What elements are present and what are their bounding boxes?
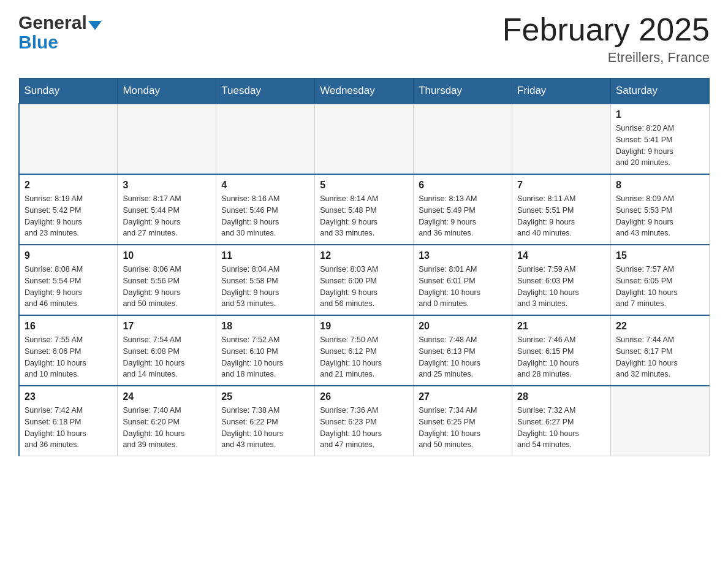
calendar-cell: 25Sunrise: 7:38 AMSunset: 6:22 PMDayligh… (216, 386, 315, 456)
day-number: 14 (517, 250, 605, 261)
day-info: Sunrise: 7:57 AMSunset: 6:05 PMDaylight:… (616, 264, 704, 310)
day-number: 10 (123, 250, 211, 261)
day-number: 13 (419, 250, 507, 261)
day-info: Sunrise: 7:34 AMSunset: 6:25 PMDaylight:… (419, 405, 507, 451)
calendar-cell: 15Sunrise: 7:57 AMSunset: 6:05 PMDayligh… (611, 245, 710, 315)
day-number: 9 (25, 250, 112, 261)
day-info: Sunrise: 8:19 AMSunset: 5:42 PMDaylight:… (25, 193, 112, 239)
calendar-cell: 12Sunrise: 8:03 AMSunset: 6:00 PMDayligh… (315, 245, 414, 315)
calendar-cell: 28Sunrise: 7:32 AMSunset: 6:27 PMDayligh… (512, 386, 611, 456)
header-saturday: Saturday (611, 79, 710, 104)
week-row-3: 9Sunrise: 8:08 AMSunset: 5:54 PMDaylight… (19, 245, 710, 315)
day-number: 25 (221, 391, 309, 402)
calendar-cell: 11Sunrise: 8:04 AMSunset: 5:58 PMDayligh… (216, 245, 315, 315)
calendar-cell: 21Sunrise: 7:46 AMSunset: 6:15 PMDayligh… (512, 315, 611, 386)
calendar-cell: 7Sunrise: 8:11 AMSunset: 5:51 PMDaylight… (512, 174, 611, 245)
day-info: Sunrise: 8:14 AMSunset: 5:48 PMDaylight:… (320, 193, 408, 239)
day-number: 21 (517, 321, 605, 332)
day-info: Sunrise: 7:54 AMSunset: 6:08 PMDaylight:… (123, 334, 211, 380)
calendar-cell: 6Sunrise: 8:13 AMSunset: 5:49 PMDaylight… (414, 174, 512, 245)
calendar-cell: 19Sunrise: 7:50 AMSunset: 6:12 PMDayligh… (315, 315, 414, 386)
day-number: 24 (123, 391, 211, 402)
day-info: Sunrise: 8:01 AMSunset: 6:01 PMDaylight:… (419, 264, 507, 310)
day-info: Sunrise: 8:03 AMSunset: 6:00 PMDaylight:… (320, 264, 408, 310)
day-info: Sunrise: 7:48 AMSunset: 6:13 PMDaylight:… (419, 334, 507, 380)
location-text: Etreillers, France (502, 50, 710, 66)
day-info: Sunrise: 8:16 AMSunset: 5:46 PMDaylight:… (221, 193, 309, 239)
day-info: Sunrise: 8:09 AMSunset: 5:53 PMDaylight:… (616, 193, 704, 239)
calendar-cell: 17Sunrise: 7:54 AMSunset: 6:08 PMDayligh… (118, 315, 216, 386)
day-number: 12 (320, 250, 408, 261)
day-number: 6 (419, 180, 507, 191)
calendar-cell (315, 104, 414, 174)
calendar-cell: 4Sunrise: 8:16 AMSunset: 5:46 PMDaylight… (216, 174, 315, 245)
day-number: 7 (517, 180, 605, 191)
page-header: General Blue February 2025 Etreillers, F… (18, 12, 710, 66)
day-info: Sunrise: 7:32 AMSunset: 6:27 PMDaylight:… (517, 405, 605, 451)
day-number: 18 (221, 321, 309, 332)
week-row-5: 23Sunrise: 7:42 AMSunset: 6:18 PMDayligh… (19, 386, 710, 456)
calendar-cell: 2Sunrise: 8:19 AMSunset: 5:42 PMDaylight… (19, 174, 118, 245)
week-row-2: 2Sunrise: 8:19 AMSunset: 5:42 PMDaylight… (19, 174, 710, 245)
logo-triangle-icon (88, 21, 102, 30)
header-monday: Monday (118, 79, 216, 104)
day-info: Sunrise: 7:36 AMSunset: 6:23 PMDaylight:… (320, 405, 408, 451)
day-number: 4 (221, 180, 309, 191)
calendar-cell (19, 104, 118, 174)
calendar-cell: 3Sunrise: 8:17 AMSunset: 5:44 PMDaylight… (118, 174, 216, 245)
day-info: Sunrise: 7:55 AMSunset: 6:06 PMDaylight:… (25, 334, 112, 380)
day-info: Sunrise: 8:17 AMSunset: 5:44 PMDaylight:… (123, 193, 211, 239)
calendar-cell: 26Sunrise: 7:36 AMSunset: 6:23 PMDayligh… (315, 386, 414, 456)
header-thursday: Thursday (414, 79, 512, 104)
day-number: 22 (616, 321, 704, 332)
header-sunday: Sunday (19, 79, 118, 104)
day-number: 28 (517, 391, 605, 402)
day-info: Sunrise: 7:44 AMSunset: 6:17 PMDaylight:… (616, 334, 704, 380)
calendar-cell (216, 104, 315, 174)
calendar-cell: 20Sunrise: 7:48 AMSunset: 6:13 PMDayligh… (414, 315, 512, 386)
day-info: Sunrise: 8:04 AMSunset: 5:58 PMDaylight:… (221, 264, 309, 310)
day-info: Sunrise: 8:06 AMSunset: 5:56 PMDaylight:… (123, 264, 211, 310)
header-friday: Friday (512, 79, 611, 104)
calendar-cell: 22Sunrise: 7:44 AMSunset: 6:17 PMDayligh… (611, 315, 710, 386)
day-number: 27 (419, 391, 507, 402)
calendar-cell (414, 104, 512, 174)
logo: General Blue (18, 12, 102, 52)
day-number: 26 (320, 391, 408, 402)
calendar-cell (512, 104, 611, 174)
calendar-cell: 27Sunrise: 7:34 AMSunset: 6:25 PMDayligh… (414, 386, 512, 456)
calendar-cell: 24Sunrise: 7:40 AMSunset: 6:20 PMDayligh… (118, 386, 216, 456)
day-info: Sunrise: 7:40 AMSunset: 6:20 PMDaylight:… (123, 405, 211, 451)
calendar-cell: 8Sunrise: 8:09 AMSunset: 5:53 PMDaylight… (611, 174, 710, 245)
calendar-cell (118, 104, 216, 174)
header-wednesday: Wednesday (315, 79, 414, 104)
week-row-4: 16Sunrise: 7:55 AMSunset: 6:06 PMDayligh… (19, 315, 710, 386)
calendar-cell: 13Sunrise: 8:01 AMSunset: 6:01 PMDayligh… (414, 245, 512, 315)
day-info: Sunrise: 8:08 AMSunset: 5:54 PMDaylight:… (25, 264, 112, 310)
calendar-cell (611, 386, 710, 456)
day-number: 17 (123, 321, 211, 332)
day-number: 11 (221, 250, 309, 261)
calendar-table: Sunday Monday Tuesday Wednesday Thursday… (18, 78, 710, 456)
day-info: Sunrise: 8:13 AMSunset: 5:49 PMDaylight:… (419, 193, 507, 239)
day-info: Sunrise: 8:11 AMSunset: 5:51 PMDaylight:… (517, 193, 605, 239)
day-number: 15 (616, 250, 704, 261)
calendar-cell: 9Sunrise: 8:08 AMSunset: 5:54 PMDaylight… (19, 245, 118, 315)
day-number: 1 (616, 109, 704, 120)
weekday-header-row: Sunday Monday Tuesday Wednesday Thursday… (19, 79, 710, 104)
day-info: Sunrise: 8:20 AMSunset: 5:41 PMDaylight:… (616, 123, 704, 169)
header-tuesday: Tuesday (216, 79, 315, 104)
day-number: 2 (25, 180, 112, 191)
day-number: 23 (25, 391, 112, 402)
day-info: Sunrise: 7:52 AMSunset: 6:10 PMDaylight:… (221, 334, 309, 380)
logo-general-text: General (18, 12, 87, 33)
calendar-cell: 18Sunrise: 7:52 AMSunset: 6:10 PMDayligh… (216, 315, 315, 386)
logo-general-row: General (18, 12, 102, 33)
calendar-cell: 1Sunrise: 8:20 AMSunset: 5:41 PMDaylight… (611, 104, 710, 174)
calendar-cell: 16Sunrise: 7:55 AMSunset: 6:06 PMDayligh… (19, 315, 118, 386)
day-number: 5 (320, 180, 408, 191)
day-number: 3 (123, 180, 211, 191)
title-area: February 2025 Etreillers, France (502, 12, 710, 66)
day-info: Sunrise: 7:42 AMSunset: 6:18 PMDaylight:… (25, 405, 112, 451)
day-info: Sunrise: 7:59 AMSunset: 6:03 PMDaylight:… (517, 264, 605, 310)
